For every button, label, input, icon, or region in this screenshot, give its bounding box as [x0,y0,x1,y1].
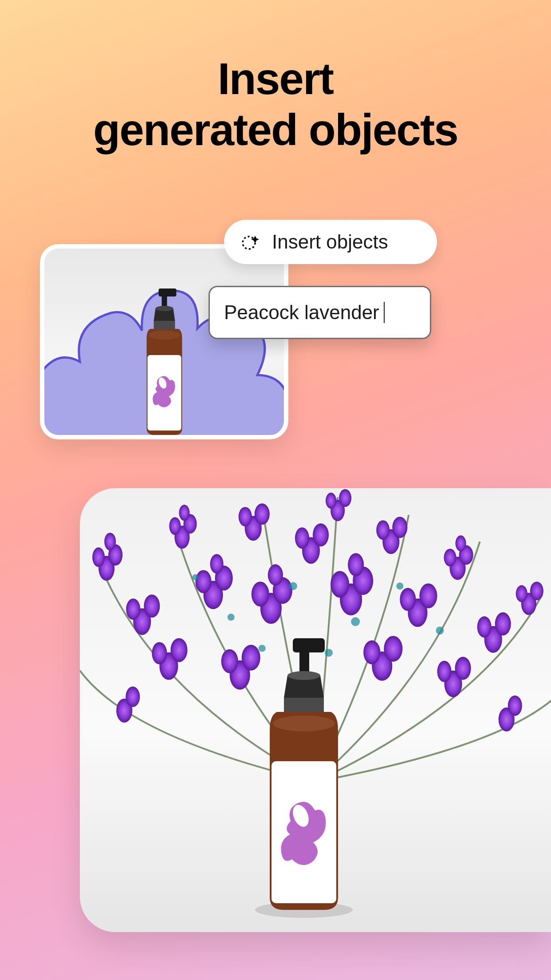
svg-point-55 [516,585,527,602]
svg-point-11 [104,533,116,550]
svg-rect-84 [284,698,324,712]
svg-point-57 [170,638,187,662]
svg-point-45 [400,588,416,611]
svg-rect-81 [293,638,325,652]
svg-point-75 [396,582,403,589]
product-bottle-before [134,286,194,437]
svg-point-22 [210,554,224,573]
svg-point-61 [221,649,238,673]
svg-point-41 [392,517,407,538]
svg-point-49 [456,535,466,551]
svg-point-25 [239,507,252,526]
svg-point-67 [437,661,451,682]
product-bottle-after [248,635,359,919]
svg-point-83 [287,671,320,680]
svg-point-64 [363,640,380,664]
text-cursor [384,302,385,323]
sparkle-icon [240,231,261,253]
svg-point-7 [243,237,255,249]
prompt-text-value: Peacock lavender [224,301,379,324]
svg-point-13 [144,594,160,617]
svg-point-74 [351,617,360,626]
svg-point-24 [255,503,270,525]
svg-point-35 [326,493,336,509]
svg-point-4 [149,331,181,340]
svg-point-28 [252,581,269,606]
before-image-card [40,244,288,439]
svg-point-21 [196,570,212,593]
svg-point-72 [228,614,235,621]
svg-point-71 [508,695,522,716]
svg-point-34 [339,489,351,507]
svg-point-10 [92,547,105,567]
svg-point-17 [169,517,181,535]
svg-point-48 [444,549,456,566]
svg-point-29 [268,564,283,585]
svg-point-85 [273,715,335,731]
svg-point-52 [477,616,492,638]
insert-objects-label: Insert objects [272,231,388,253]
svg-point-44 [419,583,437,608]
page-headline: Insert generated objects [0,53,551,155]
prompt-text-input[interactable]: Peacock lavender [209,286,431,339]
svg-point-32 [295,527,309,549]
svg-point-69 [126,687,140,707]
svg-point-39 [348,553,364,576]
svg-point-18 [179,505,189,521]
svg-point-2 [156,306,173,311]
svg-rect-3 [154,321,175,329]
svg-point-58 [152,642,167,664]
after-image-card [80,488,551,932]
svg-point-66 [455,657,471,680]
svg-point-51 [495,612,511,636]
headline-line1: Insert [0,53,551,104]
svg-point-77 [436,627,444,635]
before-image-content [44,249,284,435]
svg-rect-0 [159,288,177,296]
insert-objects-button[interactable]: Insert objects [224,220,437,264]
svg-point-63 [384,636,402,662]
svg-point-54 [530,581,543,600]
svg-point-76 [193,574,199,580]
svg-point-14 [126,599,140,620]
svg-point-73 [289,582,297,590]
svg-point-38 [331,571,349,597]
svg-point-31 [313,523,329,546]
svg-point-42 [376,520,390,540]
headline-line2: generated objects [0,104,551,155]
